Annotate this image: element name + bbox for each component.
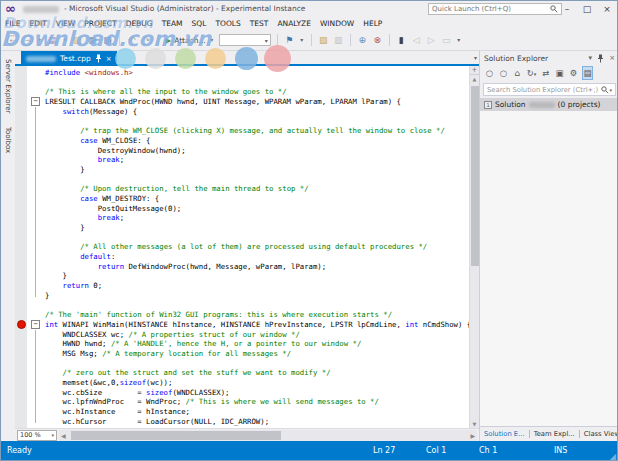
toolbar-overflow-icon[interactable]: ▾ (456, 34, 462, 46)
title-bar: ∞ - Microsoft Visual Studio (Administrat… (1, 1, 617, 17)
chevron-down-icon[interactable]: ▾ (209, 34, 215, 46)
attach-label: Attach... (174, 36, 206, 45)
breakpoint-gutter[interactable] (15, 66, 27, 428)
toolbox-tab[interactable]: Toolbox (4, 121, 12, 159)
menu-item-help[interactable]: HELP (363, 19, 382, 28)
pin-icon[interactable] (95, 54, 102, 63)
close-button[interactable]: × (601, 2, 613, 16)
menu-item-analyze[interactable]: ANALYZE (277, 19, 311, 28)
checkout-folder-icon[interactable]: ▨ (318, 34, 329, 46)
switch-views-icon[interactable]: ↻▾ (526, 67, 537, 80)
forward-icon[interactable]: ○ (498, 67, 509, 79)
back-icon[interactable]: ○ (484, 67, 495, 79)
run-dropdown-icon[interactable]: ▾ (299, 34, 305, 46)
maximize-button[interactable]: □ (581, 2, 593, 16)
menu-item-window[interactable]: WINDOW (320, 19, 354, 28)
preview-selected-items-icon[interactable]: ▤ (582, 66, 593, 80)
toolbar-separator (389, 34, 390, 46)
zoom-level-value: 100 % (20, 431, 41, 439)
attach-debugger-button[interactable]: ▶Attach...▾ (165, 34, 215, 46)
new-dropdown-icon[interactable]: ▾ (62, 34, 68, 46)
new-project-icon[interactable]: ▤ (47, 34, 58, 46)
pin-icon[interactable] (597, 54, 604, 63)
menu-item-edit[interactable]: EDIT (29, 19, 46, 28)
blurred-solution-name (529, 102, 555, 108)
server-explorer-tab[interactable]: Server Explorer (4, 53, 12, 119)
close-tab-icon[interactable]: × (106, 55, 112, 63)
open-file-icon[interactable]: ▨ (72, 34, 83, 46)
chevron-down-icon[interactable]: ▾ (609, 87, 612, 93)
menu-item-sql[interactable]: SQL (192, 19, 207, 28)
nav-dropdown-icon[interactable]: ▾ (37, 34, 43, 46)
document-tab-title: Test.cpp (60, 54, 91, 63)
scroll-left-icon[interactable]: ◀ (61, 432, 66, 439)
scroll-up-icon[interactable]: ▲ (470, 76, 479, 82)
window-position-dropdown-icon[interactable]: ▾ (589, 54, 593, 62)
code-line: return DefWindowProc(hwnd, Message, wPar… (45, 262, 469, 272)
properties-icon[interactable]: ⚙ (568, 67, 579, 79)
save-all-icon[interactable]: ▩ (102, 34, 113, 46)
bottom-tab-class-view[interactable]: Class View (580, 430, 618, 438)
resize-grip-icon[interactable]: ◢ (610, 452, 616, 461)
collapse-all-icon[interactable]: ▣ (554, 67, 565, 79)
visual-studio-logo-icon: ∞ (5, 1, 16, 17)
scroll-right-icon[interactable]: ▶ (470, 432, 475, 439)
code-editor[interactable]: #include <windows.h>/* This is where all… (15, 66, 469, 428)
document-list-dropdown-icon[interactable]: ▾ (474, 54, 477, 61)
sync-with-active-document-icon[interactable]: ⇄ (540, 67, 551, 79)
chevron-down-icon: ▾ (51, 432, 54, 438)
copy-icon[interactable]: ▥ (333, 34, 344, 46)
code-line (45, 301, 469, 311)
horizontal-scrollbar-thumb[interactable] (71, 431, 281, 440)
menu-item-file[interactable]: FILE (5, 19, 20, 28)
quick-launch-input[interactable]: Quick Launch (Ctrl+Q) (428, 3, 562, 15)
debug-target-combobox[interactable]: ▾ (219, 34, 271, 46)
vertical-scrollbar-thumb[interactable] (471, 86, 479, 266)
bottom-tab-team-expl-[interactable]: Team Expl... (530, 430, 580, 438)
code-line: DestroyWindow(hwnd); (45, 146, 469, 156)
search-placeholder: Search Solution Explorer (Ctrl+;) (487, 86, 601, 94)
bottom-tab-solution-e-[interactable]: Solution E... (480, 430, 530, 438)
menu-item-team[interactable]: TEAM (162, 19, 183, 28)
code-line: case WM_DESTROY: { (45, 194, 469, 204)
run-flag-icon[interactable]: ⚑ (284, 34, 295, 46)
save-icon[interactable]: ▦ (87, 34, 98, 46)
menu-item-view[interactable]: VIEW (56, 19, 76, 28)
bookmark-icon[interactable]: ▮ (396, 34, 407, 46)
code-line: break; (45, 155, 469, 165)
nav-back-icon[interactable]: ← (7, 35, 18, 46)
next-bookmark-icon[interactable]: ▷ (426, 34, 437, 46)
comment-icon[interactable]: ⊕ (357, 34, 368, 46)
code-line: return 0; (45, 281, 469, 291)
undo-icon[interactable]: ↶ (126, 34, 137, 46)
minimize-button[interactable]: – (561, 2, 573, 16)
solution-explorer-toolbar: ○○⌂↻▾⇄▣⚙▤ (480, 65, 618, 81)
menu-item-project[interactable]: PROJECT (84, 19, 116, 28)
fold-collapse-icon[interactable]: − (31, 320, 40, 329)
scroll-down-icon[interactable]: ▼ (470, 421, 479, 427)
horizontal-scrollbar[interactable]: ◀ ▶ (59, 430, 477, 441)
menu-item-debug[interactable]: DEBUG (126, 19, 153, 28)
menu-item-tools[interactable]: TOOLS (215, 19, 240, 28)
visual-studio-window: ∞ - Microsoft Visual Studio (Administrat… (0, 0, 618, 461)
home-icon[interactable]: ⌂ (512, 67, 523, 79)
solution-tree-item[interactable]: 1 Solution (0 projects) (480, 98, 618, 111)
panel-bottom-tabs: Solution E...Team Expl...Class View (480, 426, 618, 441)
uncomment-icon[interactable]: ⊗ (372, 34, 383, 46)
vertical-scrollbar[interactable]: + ▲ ▼ (469, 66, 479, 428)
nav-forward-icon[interactable]: → (22, 35, 33, 46)
code-line: /* zero out the struct and set the stuff… (45, 368, 469, 378)
splitter-handle-icon[interactable]: + (470, 66, 479, 75)
code-line: wc.cbSize = sizeof(WNDCLASSEX); (45, 388, 469, 398)
redo-icon[interactable]: ↷ (141, 34, 152, 46)
menu-item-test[interactable]: TEST (250, 19, 269, 28)
zoom-level-dropdown[interactable]: 100 % ▾ (17, 430, 57, 441)
fold-collapse-icon[interactable]: − (31, 97, 40, 106)
prev-bookmark-icon[interactable]: ◁ (411, 34, 422, 46)
document-tab-testcpp[interactable]: Test.cpp × (21, 51, 117, 66)
solution-explorer-panel: Solution Explorer ▾ × ○○⌂↻▾⇄▣⚙▤ Search S… (479, 51, 618, 441)
code-line: break; (45, 213, 469, 223)
close-panel-icon[interactable]: × (609, 54, 615, 62)
solution-explorer-search-input[interactable]: Search Solution Explorer (Ctrl+;) ▾ (483, 83, 616, 96)
clear-bookmarks-icon[interactable]: ▭ (441, 34, 452, 46)
